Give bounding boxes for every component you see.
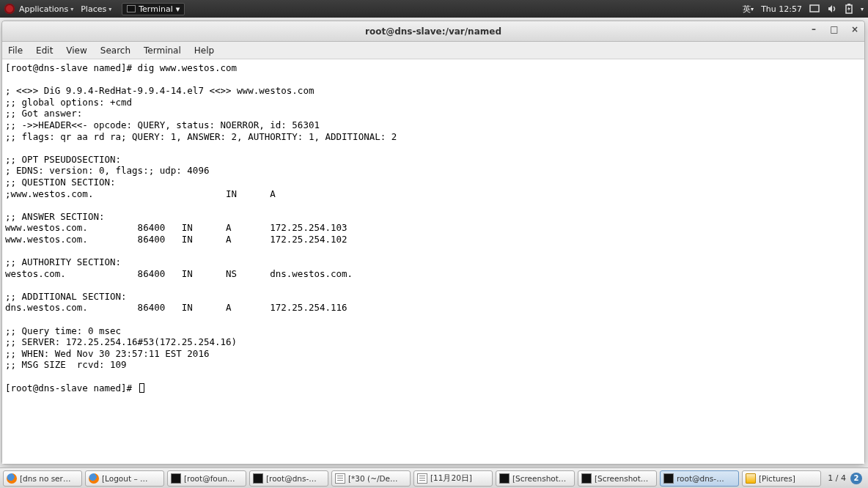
distro-logo-icon: [4, 4, 15, 14]
task-label: [11月20日]: [430, 473, 472, 484]
menu-edit[interactable]: Edit: [36, 45, 53, 56]
terminal-icon: [127, 5, 136, 12]
task-label: [dns no ser…: [20, 474, 70, 483]
document-icon: [335, 473, 345, 484]
task-label: root@dns-…: [677, 474, 724, 483]
task-button-6[interactable]: [Screenshot…: [496, 470, 575, 487]
battery-icon[interactable]: [845, 4, 853, 14]
terminal-output[interactable]: [root@dns-slave named]# dig www.westos.c…: [2, 59, 864, 464]
svg-rect-0: [810, 5, 819, 12]
firefox-icon: [89, 473, 99, 484]
folder-icon: [746, 473, 756, 484]
terminal-icon: [581, 473, 592, 484]
screen-icon[interactable]: [809, 4, 820, 13]
task-label: [Logout – …: [102, 474, 147, 483]
menu-help[interactable]: Help: [194, 45, 214, 56]
task-button-2[interactable]: [root@foun…: [167, 470, 246, 487]
terminal-menubar: File Edit View Search Terminal Help: [2, 42, 864, 59]
task-button-5[interactable]: [11月20日]: [413, 470, 493, 487]
user-menu-arrow[interactable]: ▾: [861, 6, 864, 12]
task-button-3[interactable]: [root@dns-…: [249, 470, 328, 487]
terminal-window: root@dns-slave:/var/named – □ × File Edi…: [1, 21, 865, 465]
minimize-button[interactable]: –: [809, 24, 819, 34]
panel-task-terminal[interactable]: Terminal ▾: [122, 3, 185, 15]
task-button-1[interactable]: [Logout – …: [85, 470, 164, 487]
task-button-0[interactable]: [dns no ser…: [3, 470, 82, 487]
window-title: root@dns-slave:/var/named: [365, 26, 501, 37]
task-label: [root@dns-…: [266, 474, 317, 483]
terminal-icon: [253, 473, 263, 484]
svg-rect-2: [847, 4, 850, 5]
task-label: [root@foun…: [184, 474, 235, 483]
gnome-top-panel: Applications▾ Places▾ Terminal ▾ 英 ▾ Thu…: [0, 0, 868, 18]
places-menu[interactable]: Places▾: [81, 4, 111, 14]
menu-file[interactable]: File: [8, 45, 23, 56]
close-button[interactable]: ×: [850, 24, 860, 34]
terminal-icon: [663, 473, 674, 484]
workspace-indicator[interactable]: 1 / 4: [828, 473, 846, 483]
ime-indicator[interactable]: 英 ▾: [743, 4, 754, 15]
task-label: [Pictures]: [759, 474, 795, 483]
menu-view[interactable]: View: [66, 45, 87, 56]
window-titlebar[interactable]: root@dns-slave:/var/named – □ ×: [2, 21, 864, 42]
maximize-button[interactable]: □: [829, 24, 839, 34]
task-label: [Screenshot…: [512, 474, 566, 483]
terminal-cursor: [139, 383, 144, 393]
notification-badge[interactable]: 2: [850, 473, 862, 484]
task-label: [*30 (~/De…: [348, 474, 398, 483]
menu-search[interactable]: Search: [100, 45, 130, 56]
menu-terminal[interactable]: Terminal: [144, 45, 181, 56]
firefox-icon: [7, 473, 17, 484]
task-button-8[interactable]: root@dns-…: [660, 470, 739, 487]
task-label: [Screenshot…: [595, 474, 648, 483]
clock[interactable]: Thu 12:57: [761, 4, 802, 14]
applications-menu[interactable]: Applications▾: [19, 4, 73, 14]
task-button-9[interactable]: [Pictures]: [742, 470, 821, 487]
volume-icon[interactable]: [827, 4, 837, 13]
terminal-icon: [171, 473, 181, 484]
task-button-7[interactable]: [Screenshot…: [578, 470, 657, 487]
document-icon: [417, 473, 427, 484]
system-tray: 英 ▾ Thu 12:57 ▾: [743, 4, 864, 15]
bottom-taskbar: [dns no ser… [Logout – … [root@foun… [ro…: [0, 467, 868, 488]
task-button-4[interactable]: [*30 (~/De…: [331, 470, 411, 487]
terminal-icon: [499, 473, 510, 484]
panel-task-label: Terminal: [139, 4, 173, 14]
